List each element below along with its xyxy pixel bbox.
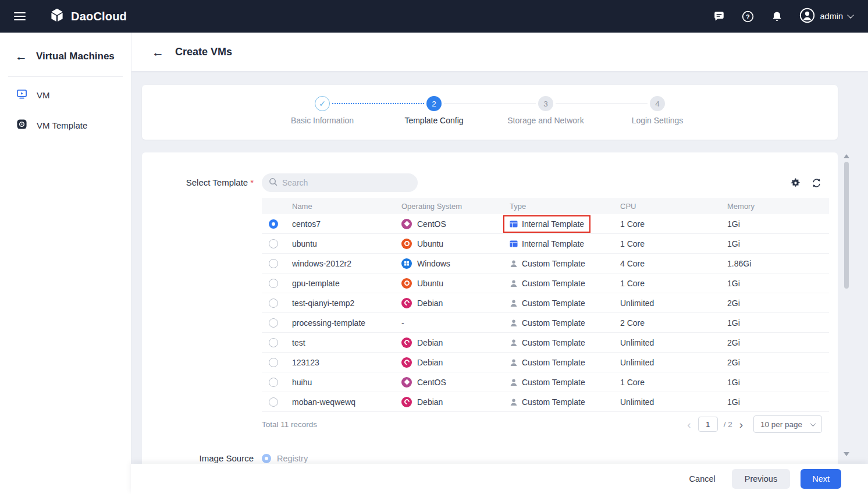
row-type-cell: Custom Template [510,294,620,312]
row-cpu: 1 Core [620,279,727,288]
row-radio[interactable] [269,378,278,387]
cancel-button[interactable]: Cancel [684,470,721,488]
refresh-icon[interactable] [810,177,822,189]
row-type-cell: Custom Template [510,275,620,292]
table-row[interactable]: moban-weqwewq Debian Custom Template Unl… [262,392,829,412]
step-label: Basic Information [291,116,354,125]
registry-label: Registry [277,454,308,463]
row-cpu: 1 Core [620,219,727,229]
step-storage-and-network[interactable]: 3 Storage and Network [538,96,553,111]
table-footer: Total 11 records ‹ / 2 › 10 per page [262,415,829,433]
internal-template-icon [510,240,518,248]
row-name: processing-template [292,318,401,328]
prev-page-icon[interactable]: ‹ [686,419,692,430]
vm-icon [16,88,27,101]
settings-gear-icon[interactable] [789,177,801,189]
page-back-arrow-icon[interactable]: ← [152,46,164,58]
row-cpu: Unlimited [620,298,727,308]
table-row[interactable]: ubuntu Ubuntu Internal Template 1 Core 1… [262,234,829,254]
pagination: ‹ / 2 › 10 per page [686,415,822,433]
row-radio[interactable] [269,259,278,268]
scrollbar-thumb[interactable] [844,162,849,289]
sidebar: ← Virtual Machines VM VM Template [0,33,131,494]
row-os: - [401,318,404,328]
row-cpu: 1 Core [620,378,727,387]
row-radio[interactable] [269,219,278,229]
table-row[interactable]: processing-template - Custom Template 2 … [262,313,829,333]
wizard-stepper: ✓ Basic Information 2 Template Config 3 … [142,85,838,111]
row-radio[interactable] [269,279,278,288]
next-page-icon[interactable]: › [738,419,744,430]
step-basic-information[interactable]: ✓ Basic Information [315,96,330,111]
row-memory: 1Gi [727,239,829,248]
search-input[interactable] [282,178,411,187]
table-row[interactable]: centos7 CentOS Internal Template 1 Core … [262,214,829,234]
os-icon [401,357,412,368]
table-row[interactable]: test Debian Custom Template Unlimited 2G… [262,333,829,353]
table-row[interactable]: gpu-template Ubuntu Custom Template 1 Co… [262,273,829,293]
row-type-cell: Custom Template [510,255,620,272]
registry-radio[interactable] [262,454,271,463]
row-type: Internal Template [522,239,584,248]
step-label: Template Config [404,116,463,125]
row-os: Debian [417,338,443,347]
custom-template-icon [510,279,518,287]
custom-template-icon [510,260,518,268]
row-name: huihu [292,378,401,387]
sidebar-item-vm[interactable]: VM [0,83,131,107]
row-radio[interactable] [269,397,278,407]
row-type: Custom Template [522,397,585,407]
help-icon[interactable]: ? [741,9,755,23]
sidebar-title: Virtual Machines [36,51,115,62]
scroll-down-icon[interactable] [844,452,849,456]
scroll-up-icon[interactable] [844,154,849,158]
custom-template-icon [510,398,518,406]
row-radio[interactable] [269,318,278,328]
row-radio[interactable] [269,358,278,367]
custom-template-icon [510,378,518,386]
header-memory: Memory [727,202,829,211]
os-icon [401,298,412,308]
table-row[interactable]: windows-2012r2 Windows Custom Template 4… [262,254,829,273]
hamburger-menu-icon[interactable] [14,12,26,20]
row-radio[interactable] [269,239,278,248]
step-connector [556,96,648,111]
per-page-select[interactable]: 10 per page [753,415,822,433]
os-icon [401,377,412,388]
row-cpu: Unlimited [620,338,727,347]
internal-template-icon [510,220,518,228]
page-number-input[interactable] [698,417,718,432]
page-title: Create VMs [175,46,232,58]
search-box[interactable] [262,173,418,192]
row-cpu: 2 Core [620,318,727,328]
table-row[interactable]: 123123 Debian Custom Template Unlimited … [262,353,829,372]
row-os: Windows [417,259,450,268]
row-type-cell: Custom Template [510,334,620,351]
custom-template-icon [510,358,518,367]
user-menu[interactable]: admin [799,8,853,26]
table-row[interactable]: huihu CentOS Custom Template 1 Core 1Gi [262,372,829,392]
row-radio[interactable] [269,338,278,347]
next-button[interactable]: Next [801,469,841,489]
row-type: Custom Template [522,279,585,288]
sidebar-back-arrow-icon[interactable]: ← [15,50,27,62]
table-row[interactable]: test-qianyi-temp2 Debian Custom Template… [262,293,829,313]
template-config-card: Select Template* [142,152,838,471]
previous-button[interactable]: Previous [732,469,790,489]
row-cpu: 4 Core [620,259,727,268]
sidebar-divider [8,76,123,77]
messages-icon[interactable] [712,9,726,23]
brand-logo[interactable]: DaoCloud [49,7,127,26]
step-login-settings[interactable]: 4 Login Settings [650,96,665,111]
row-type-cell: Internal Template [510,235,620,253]
row-memory: 2Gi [727,358,829,367]
sidebar-item-vm-template[interactable]: VM Template [0,113,131,137]
header-type: Type [510,202,620,211]
notifications-bell-icon[interactable] [770,9,784,23]
step-template-config[interactable]: 2 Template Config [426,96,442,111]
step-number: 4 [650,96,665,111]
vertical-scrollbar [843,152,850,460]
per-page-value: 10 per page [760,420,802,429]
row-radio[interactable] [269,298,278,308]
row-type: Custom Template [522,318,585,328]
